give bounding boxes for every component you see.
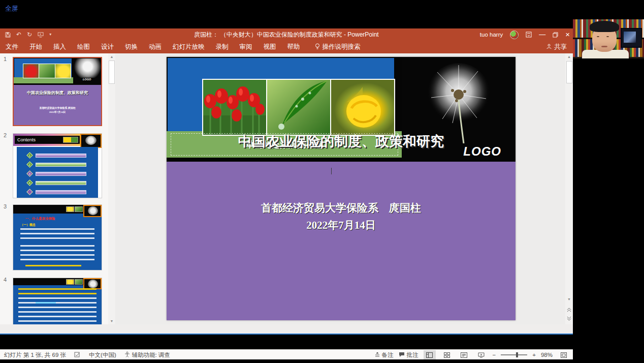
tab-transitions[interactable]: 切换 [119, 41, 143, 53]
language-status[interactable]: 中文(中国) [89, 351, 116, 359]
account-name[interactable]: tuo harry [480, 32, 503, 38]
current-slide-canvas[interactable]: 单击此处添加副标题 LOGO [167, 57, 516, 320]
workspace: 1 LOGO 中国农业保险的制度、政策和研究 首都经济贸易大学保险系 庹国柱 [0, 53, 573, 324]
tab-view[interactable]: 视图 [258, 41, 282, 53]
leaf-photo [267, 80, 330, 135]
accessibility-label: 辅助功能: 调查 [132, 351, 170, 359]
scroll-up-icon[interactable]: ▲ [108, 55, 115, 58]
thumb4-text-lines [36, 302, 56, 304]
slide-photo-strip [202, 79, 395, 136]
thumb1-photos [23, 64, 71, 78]
share-button[interactable]: 共享 [546, 41, 567, 53]
slide-date-line[interactable]: 2022年7月14日 [167, 218, 516, 232]
slide-author-line[interactable]: 首都经济贸易大学保险系 庹国柱 [167, 201, 516, 215]
tab-animations[interactable]: 动画 [143, 41, 167, 53]
tab-help[interactable]: 帮助 [282, 41, 306, 53]
thumb1-yellow-flower-photo [55, 64, 71, 78]
thumb3-heading: 一、什么是农业保险 [25, 217, 55, 221]
slide-thumbnail-2[interactable]: Contents 1 2 3 4 [13, 133, 102, 198]
restore-button[interactable] [553, 32, 558, 38]
tab-slideshow[interactable]: 幻灯片放映 [167, 41, 210, 53]
slide-counter[interactable]: 幻灯片 第 1 张, 共 69 张 [4, 351, 66, 359]
accessibility-icon [124, 351, 130, 358]
thumb1-date: 2022年7月14日 [14, 110, 101, 113]
powerpoint-window: ↶ ↻ ▾ 庹国柱： （中央财大）中国农业保险的制度政策和研究 - PowerP… [0, 28, 573, 335]
zoom-level[interactable]: 98% [541, 352, 553, 358]
slide-area-scrollbar[interactable]: ▲ ▼ [565, 53, 573, 324]
thumb1-dandelion [74, 58, 101, 78]
thumb3-yellow-photo [66, 206, 74, 212]
slide-editing-area: 单击此处添加副标题 LOGO [115, 53, 573, 324]
title-bar: ↶ ↻ ▾ 庹国柱： （中央财大）中国农业保险的制度政策和研究 - PowerP… [0, 28, 573, 41]
thumb3-dandelion-frame [83, 205, 102, 217]
thumb4-leaf-photo [75, 279, 83, 285]
thumb3-subheading: （一）概念 [20, 223, 36, 227]
notes-icon [375, 352, 380, 358]
tab-record[interactable]: 录制 [210, 41, 234, 53]
reading-view-button[interactable] [458, 350, 470, 359]
thumb3-text-lines [25, 265, 81, 267]
slide-number: 3 [4, 203, 7, 209]
thumb3-text-lines [20, 245, 94, 263]
accessibility-status[interactable]: 辅助功能: 调查 [124, 351, 170, 359]
tab-draw[interactable]: 绘图 [72, 41, 95, 53]
slide-thumbnail-1[interactable]: LOGO 中国农业保险的制度、政策和研究 首都经济贸易大学保险系 庹国柱 202… [13, 57, 102, 126]
screen: 全屏 ↶ ↻ ▾ 庹国柱： （中央财大）中国农业保险的制度政策和研究 - Pow… [0, 0, 644, 363]
ribbon-tab-row: 文件 开始 插入 绘图 设计 切换 动画 幻灯片放映 录制 审阅 视图 帮助 操… [0, 41, 573, 53]
slide-thumbnail-4[interactable] [13, 278, 102, 324]
status-bar: 幻灯片 第 1 张, 共 69 张 中文(中国) 辅助功能: 调查 备注 [0, 349, 573, 359]
person-icon [546, 44, 552, 51]
notes-button[interactable]: 备注 [375, 351, 394, 359]
slide-thumbnail-3[interactable]: 一、什么是农业保险 （一）概念 [13, 204, 102, 270]
presenter-mouth [601, 46, 607, 47]
tell-me-search[interactable]: 操作说明搜索 [315, 43, 361, 51]
fullscreen-button[interactable]: 全屏 [5, 4, 18, 13]
thumbnail-panel-scrollbar[interactable]: ▲ ▼ [108, 53, 115, 324]
thumb1-tulips-photo [23, 64, 39, 78]
presenter-eye [597, 36, 599, 37]
normal-view-button[interactable] [424, 350, 436, 359]
scroll-up-icon[interactable]: ▲ [565, 55, 573, 58]
slide-title[interactable]: 中国农业保险的制度、政策和研究 [167, 132, 516, 150]
slide-number: 1 [4, 56, 7, 62]
thumb2-small-photos [63, 137, 78, 143]
comments-button[interactable]: 批注 [399, 351, 418, 359]
text-cursor [331, 168, 332, 174]
scrollbar-thumb[interactable] [109, 60, 115, 84]
close-button[interactable]: × [565, 28, 570, 41]
next-slide-button[interactable] [565, 316, 573, 322]
scrollbar-thumb[interactable] [566, 61, 572, 83]
spellcheck-icon[interactable] [74, 352, 81, 358]
zoom-slider-thumb[interactable] [516, 352, 518, 357]
titlebar-controls: tuo harry — × [480, 28, 570, 41]
slide-sorter-view-button[interactable] [441, 350, 453, 359]
scroll-down-icon[interactable]: ▼ [565, 297, 573, 301]
thumb1-leaf-photo [39, 64, 54, 78]
zoom-out-button[interactable]: − [493, 352, 496, 358]
slideshow-view-button[interactable] [475, 350, 488, 359]
presenter-hair [590, 21, 619, 32]
presenter-webcam-video[interactable] [573, 19, 644, 58]
tab-file[interactable]: 文件 [0, 41, 24, 53]
minimize-button[interactable]: — [539, 28, 545, 41]
comment-icon [399, 352, 405, 358]
thumb3-leaf-photo [75, 206, 83, 212]
thumb2-dandelion-frame [80, 134, 102, 148]
previous-slide-button[interactable] [565, 308, 573, 313]
thumb1-title: 中国农业保险的制度、政策和研究 [14, 90, 101, 96]
account-avatar[interactable] [510, 31, 519, 39]
slide-purple-area [167, 162, 516, 320]
thumb4-yellow-photo [66, 279, 74, 285]
fit-slide-to-window-button[interactable] [558, 350, 570, 359]
tab-insert[interactable]: 插入 [48, 41, 72, 53]
tab-review[interactable]: 审阅 [234, 41, 258, 53]
tab-design[interactable]: 设计 [95, 41, 119, 53]
dandelion-photo [402, 57, 516, 143]
thumb4-dandelion-frame [83, 278, 102, 289]
zoom-in-button[interactable]: + [532, 352, 536, 358]
tab-home[interactable]: 开始 [24, 41, 48, 53]
zoom-slider[interactable] [501, 354, 527, 355]
thumb4-text-lines [18, 297, 96, 324]
scroll-down-icon[interactable]: ▼ [108, 319, 115, 323]
ribbon-display-options-icon[interactable] [526, 32, 532, 38]
